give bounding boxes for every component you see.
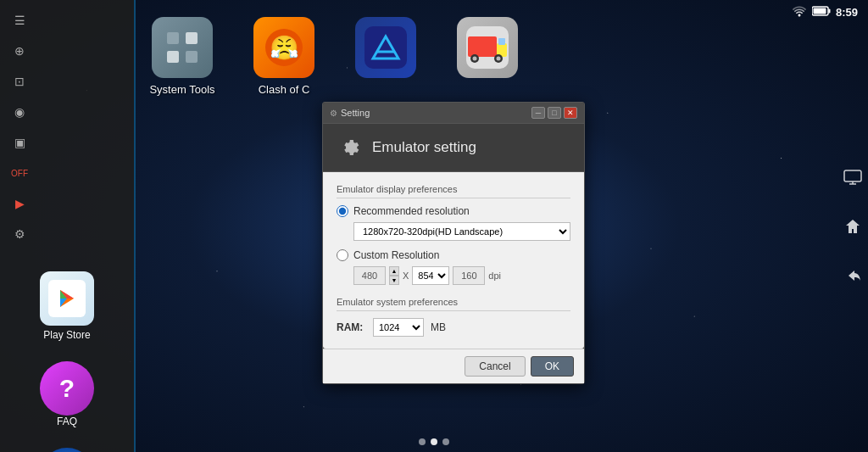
dialog-body: Emulator display preferences Recommended…	[323, 172, 584, 349]
recommended-resolution-label: Recommended resolution	[353, 205, 470, 217]
desktop: 8:59 ☰ ⊕ ⊡ ◉ ▣ OFF ▶	[0, 0, 868, 452]
dialog-titlebar-controls: ─ □ ✕	[531, 107, 577, 119]
custom-resolution-inputs: ▲ ▼ X 854 dpi	[353, 266, 570, 285]
ram-dropdown[interactable]: 512 1024 2048 4096	[373, 318, 424, 337]
dialog-title-text: Setting	[341, 108, 370, 118]
dialog-title-left: ⚙ Setting	[330, 108, 370, 118]
system-section-label: Emulator system preferences	[337, 297, 570, 311]
dialog-header: Emulator setting	[323, 124, 584, 172]
resolution-dropdown[interactable]: 1280x720-320dpi(HD Landscape)	[353, 222, 570, 241]
custom-resolution-label: Custom Resolution	[353, 249, 439, 261]
setting-dialog: ⚙ Setting ─ □ ✕ Emulator setting	[322, 102, 585, 384]
dialog-title-icon: ⚙	[330, 109, 337, 118]
display-section-label: Emulator display preferences	[337, 184, 570, 198]
dialog-minimize-button[interactable]: ─	[531, 107, 545, 119]
dialog-maximize-button[interactable]: □	[548, 107, 561, 119]
custom-resolution-radio[interactable]	[337, 249, 348, 261]
height-dropdown[interactable]: 854	[412, 266, 449, 285]
dialog-footer: Cancel OK	[323, 349, 584, 383]
modal-overlay: ⚙ Setting ─ □ ✕ Emulator setting	[0, 0, 868, 452]
custom-width-input[interactable]	[353, 266, 386, 285]
recommended-resolution-radio[interactable]	[337, 205, 348, 217]
ram-row: RAM: 512 1024 2048 4096 MB	[337, 318, 570, 337]
dialog-titlebar: ⚙ Setting ─ □ ✕	[323, 103, 584, 124]
emulator-settings-icon	[337, 134, 364, 161]
width-up-button[interactable]: ▲	[389, 266, 399, 276]
mb-label: MB	[431, 321, 446, 333]
dpi-input[interactable]	[453, 266, 485, 285]
width-down-button[interactable]: ▼	[389, 276, 399, 285]
system-section: Emulator system preferences RAM: 512 102…	[337, 297, 570, 337]
width-spinner: ▲ ▼	[389, 266, 399, 285]
ram-label: RAM:	[337, 321, 366, 333]
ok-button[interactable]: OK	[531, 356, 574, 377]
custom-resolution-row: Custom Resolution	[337, 249, 570, 261]
recommended-resolution-row: Recommended resolution	[337, 205, 570, 217]
x-separator: X	[403, 271, 409, 281]
dialog-main-title: Emulator setting	[372, 139, 476, 156]
cancel-button[interactable]: Cancel	[465, 356, 525, 377]
dpi-label: dpi	[488, 271, 501, 281]
dialog-close-button[interactable]: ✕	[564, 107, 577, 119]
